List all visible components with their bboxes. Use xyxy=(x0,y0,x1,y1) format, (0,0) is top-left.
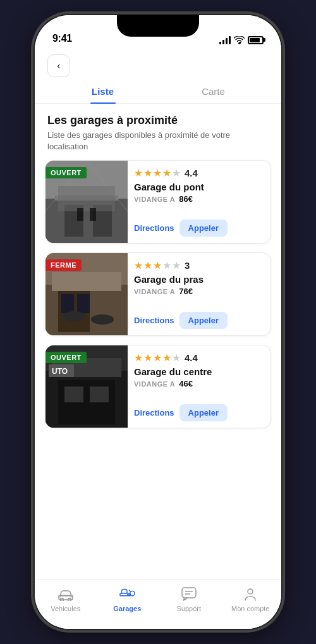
page-title: Les garages à proximité xyxy=(47,114,269,127)
svg-point-18 xyxy=(91,314,114,325)
svg-rect-16 xyxy=(77,294,90,313)
svg-rect-25 xyxy=(64,387,83,402)
tab-liste[interactable]: Liste xyxy=(47,86,158,103)
garage-info-1: ★ ★ ★ ★ ★ 4.4 Garage du pont VIDANGE A 8… xyxy=(128,161,270,243)
wrench-icon xyxy=(118,585,136,603)
appeler-button-2[interactable]: Appeler xyxy=(179,312,228,329)
phone-frame: 9:41 ‹ xyxy=(35,15,281,629)
garage-image-3: UTO OUVERT xyxy=(46,345,128,428)
service-price-1: 86€ xyxy=(179,194,193,204)
svg-rect-30 xyxy=(59,595,61,598)
svg-line-34 xyxy=(129,590,131,591)
nav-garages-label: Garages xyxy=(113,605,141,612)
svg-rect-8 xyxy=(58,186,115,211)
wifi-icon xyxy=(234,36,245,44)
appeler-button-1[interactable]: Appeler xyxy=(179,220,228,237)
garage-image-2: FERME xyxy=(46,253,128,335)
svg-point-33 xyxy=(130,591,135,595)
service-label-3: VIDANGE A xyxy=(134,380,175,388)
directions-button-2[interactable]: Directions xyxy=(134,316,174,325)
svg-rect-10 xyxy=(90,208,96,221)
garage-card-1: OUVERT ★ ★ ★ ★ ★ 4.4 xyxy=(45,160,271,244)
person-icon xyxy=(241,585,259,603)
garage-card-2: FERME ★ ★ ★ ★ ★ 3 xyxy=(45,252,271,336)
nav-vehicules-label: Vehicules xyxy=(51,605,80,612)
service-row-1: VIDANGE A 86€ xyxy=(134,194,263,204)
svg-rect-31 xyxy=(70,595,73,598)
action-row-2: Directions Appeler xyxy=(134,312,263,329)
garage-list: OUVERT ★ ★ ★ ★ ★ 4.4 xyxy=(35,158,281,579)
page-subtitle: Liste des garages disponibles à proximit… xyxy=(47,130,269,152)
status-icons xyxy=(219,35,264,44)
app-content: ‹ Liste Carte Les garages à proximité Li… xyxy=(35,48,281,629)
svg-text:UTO: UTO xyxy=(52,367,68,376)
service-label-2: VIDANGE A xyxy=(134,288,175,295)
garage-name-2: Garage du pras xyxy=(134,274,263,285)
svg-point-17 xyxy=(63,311,85,321)
service-row-2: VIDANGE A 76€ xyxy=(134,287,263,296)
nav-vehicules[interactable]: Vehicules xyxy=(35,585,97,612)
stars-1: ★ ★ ★ ★ ★ xyxy=(134,167,181,179)
garage-info-3: ★ ★ ★ ★ ★ 4.4 Garage du centre VIDANGE A xyxy=(128,345,270,428)
nav-support-label: Support xyxy=(176,605,201,612)
page-title-section: Les garages à proximité Liste des garage… xyxy=(35,104,281,158)
stars-3: ★ ★ ★ ★ ★ xyxy=(134,352,181,364)
back-button[interactable]: ‹ xyxy=(47,54,70,77)
garage-name-1: Garage du pont xyxy=(134,182,263,192)
garage-info-2: ★ ★ ★ ★ ★ 3 Garage du pras VIDANGE A 76€ xyxy=(128,253,270,335)
notch xyxy=(117,15,199,37)
service-row-3: VIDANGE A 46€ xyxy=(134,379,263,388)
header: ‹ xyxy=(35,48,281,77)
bottom-nav: Vehicules Garages xyxy=(35,579,281,629)
svg-rect-9 xyxy=(77,208,83,221)
rating-num-2: 3 xyxy=(185,260,190,271)
rating-row-2: ★ ★ ★ ★ ★ 3 xyxy=(134,259,263,271)
nav-moncompte-label: Mon compte xyxy=(231,605,270,612)
svg-rect-26 xyxy=(90,387,109,402)
directions-button-3[interactable]: Directions xyxy=(134,408,174,418)
chat-icon xyxy=(180,585,198,603)
nav-support[interactable]: Support xyxy=(158,585,220,612)
stars-2: ★ ★ ★ ★ ★ xyxy=(134,259,181,271)
directions-button-1[interactable]: Directions xyxy=(134,223,174,233)
appeler-button-3[interactable]: Appeler xyxy=(179,404,228,421)
signal-icon xyxy=(219,35,231,44)
garage-name-3: Garage du centre xyxy=(134,366,263,377)
svg-point-39 xyxy=(248,589,253,594)
battery-icon xyxy=(248,36,264,44)
nav-moncompte[interactable]: Mon compte xyxy=(220,585,282,612)
tab-carte[interactable]: Carte xyxy=(158,86,269,103)
tab-bar: Liste Carte xyxy=(35,80,281,104)
service-price-2: 76€ xyxy=(179,287,193,296)
car-icon xyxy=(57,585,75,603)
nav-garages[interactable]: Garages xyxy=(97,585,159,612)
rating-num-1: 4.4 xyxy=(185,168,198,178)
svg-point-0 xyxy=(238,42,240,44)
status-badge-2: FERME xyxy=(46,259,82,271)
status-badge-3: OUVERT xyxy=(46,352,87,363)
svg-rect-36 xyxy=(182,588,196,598)
action-row-1: Directions Appeler xyxy=(134,220,263,237)
back-arrow-icon: ‹ xyxy=(57,60,60,71)
svg-rect-15 xyxy=(61,294,74,313)
rating-row-3: ★ ★ ★ ★ ★ 4.4 xyxy=(134,352,263,364)
rating-row-1: ★ ★ ★ ★ ★ 4.4 xyxy=(134,167,263,179)
status-time: 9:41 xyxy=(52,33,72,44)
rating-num-3: 4.4 xyxy=(185,352,198,363)
status-badge-1: OUVERT xyxy=(46,167,87,178)
svg-rect-13 xyxy=(52,272,121,291)
service-label-1: VIDANGE A xyxy=(134,195,175,203)
garage-image-1: OUVERT xyxy=(46,161,128,243)
action-row-3: Directions Appeler xyxy=(134,404,263,421)
service-price-3: 46€ xyxy=(179,379,193,388)
garage-card-3: UTO OUVERT ★ ★ ★ xyxy=(45,345,271,428)
